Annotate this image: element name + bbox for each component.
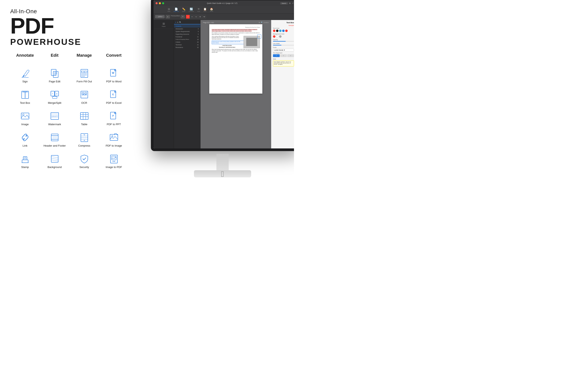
icon-watermark[interactable]: DRAFT Watermark <box>40 109 69 129</box>
opacity-slider[interactable] <box>273 41 294 42</box>
category-manage: Manage <box>69 53 99 62</box>
toc-item-federal[interactable]: Federal Shopping Sheet... 18 <box>174 38 200 41</box>
icon-merge-split[interactable]: + a Merge/Split <box>40 87 69 108</box>
icon-compress[interactable]: Compress <box>69 130 99 150</box>
marker-btn[interactable]: M <box>202 15 206 18</box>
icon-header-footer[interactable]: Header and Footer <box>40 130 69 150</box>
line-width-label: Line Width <box>273 43 294 44</box>
icon-pdf-to-ppt[interactable]: P PDF to PPT <box>99 109 129 129</box>
nav-arrows: ▲ Previous/Next ▼ <box>166 15 185 18</box>
tab-converter[interactable]: 🔄 Converter <box>187 8 196 12</box>
svg-rect-63 <box>22 160 28 163</box>
align-center-btn[interactable]: ≡ <box>280 54 287 57</box>
tab-editor[interactable]: ✏️ Editor <box>181 8 187 12</box>
icon-image-to-pdf[interactable]: PDF Image to PDF <box>99 151 129 172</box>
svg-rect-52 <box>51 134 58 141</box>
text-align-label: Text Alignment <box>273 52 294 54</box>
svg-line-69 <box>51 158 58 159</box>
toc-item-contents[interactable]: Contents <box>174 25 200 27</box>
stamp-label: Stamp <box>21 166 29 169</box>
zoom-control[interactable]: − 125% + <box>155 15 164 18</box>
bg-color-red[interactable] <box>273 35 276 38</box>
tab-form[interactable]: 📋 Form <box>202 8 208 12</box>
icon-pdf-to-excel[interactable]: E PDF to Excel <box>99 87 129 108</box>
left-sidebar: ⊞ Panel <box>154 20 174 149</box>
toc-item-support[interactable]: Supporting resources 9 <box>174 33 200 35</box>
color-accent[interactable] <box>282 30 285 32</box>
svg-rect-61 <box>110 134 118 141</box>
align-right-btn[interactable]: ≡ <box>287 54 294 57</box>
bg-color-row <box>273 35 294 38</box>
icon-background[interactable]: Background <box>40 151 69 172</box>
mac-stand-base:  <box>194 170 251 177</box>
image-to-pdf-label: Image to PDF <box>105 166 122 169</box>
icon-table[interactable]: Table <box>69 109 99 129</box>
security-label: Security <box>79 166 89 169</box>
icon-pdf-to-word[interactable]: W PDF to Word <box>99 66 129 86</box>
toc-item-criteria[interactable]: Criteria 20 <box>174 41 200 43</box>
sidebar-panel-btn[interactable]: ⊞ Panel <box>154 21 174 28</box>
page-edit-tab-icon: 📄 <box>174 8 178 11</box>
toc-item-intro[interactable]: Introduction 4 <box>174 27 200 30</box>
icon-pdf-to-image[interactable]: PDF to Image <box>99 130 129 150</box>
color-blue[interactable] <box>279 30 282 32</box>
bg-color-gray[interactable] <box>279 35 282 38</box>
watermark-icon: DRAFT <box>49 110 60 122</box>
svg-text:P: P <box>112 115 114 117</box>
toc-item-sysreq[interactable]: System Requirements 9 <box>174 30 200 33</box>
tab-page-edit[interactable]: 📄 Page Edit <box>172 8 181 12</box>
image-label: Image <box>21 123 29 126</box>
zoom-out-icon[interactable]: − <box>156 16 157 17</box>
text-align-row: ≡ ≡ ≡ <box>273 54 294 57</box>
color-red2[interactable] <box>285 30 288 32</box>
toc-item-functional[interactable]: Functional 11 <box>174 35 200 38</box>
icons-grid: Sign Page Edit Fill <box>10 66 129 172</box>
zoom-fit-btn[interactable]: ⊞ <box>259 22 260 24</box>
icon-text-box[interactable]: Text Box <box>10 87 40 108</box>
tab-home[interactable]: 🏠 Home <box>208 8 215 12</box>
icon-stamp[interactable]: Stamp <box>10 151 40 172</box>
header-footer-label: Header and Footer <box>43 144 66 147</box>
icon-image[interactable]: Image <box>10 109 40 129</box>
next-page-btn[interactable]: ▼ <box>181 15 185 18</box>
bold-btn[interactable]: B <box>198 15 202 18</box>
bg-color-white[interactable] <box>276 35 278 38</box>
fonts-select[interactable]: Lucida Grande ▼ <box>273 49 294 51</box>
color-black[interactable] <box>276 30 278 32</box>
underline-btn[interactable]: U <box>194 15 198 18</box>
tools-icon: ⊞ <box>168 8 170 11</box>
toc-search-btn[interactable]: 🔍 <box>179 21 181 23</box>
page-display-btn[interactable]: ⊞ <box>289 2 291 4</box>
pdf-page-header: Playing by His Own Set of Rules <box>212 27 260 28</box>
traffic-light-close[interactable] <box>156 2 158 4</box>
tab-tools[interactable]: ⊞ Tools <box>166 8 172 12</box>
icon-link[interactable]: Link <box>10 130 40 150</box>
icon-sign[interactable]: Sign <box>10 66 40 86</box>
toc-item-technical[interactable]: Technical 21 <box>174 43 200 46</box>
app-content: ⊞ Panel ≡ ⊞ � <box>154 20 294 149</box>
app-tabs: ⊞ Tools 📄 Page Edit ✏️ Editor 🔄 Converte… <box>154 6 294 13</box>
search-bar[interactable]: Search <box>280 2 288 4</box>
color-red[interactable] <box>273 30 276 32</box>
icon-page-edit[interactable]: Page Edit <box>40 66 69 86</box>
toc-list-btn[interactable]: ≡ <box>175 21 176 23</box>
pdf-to-ppt-label: PDF to PPT <box>107 123 121 126</box>
text-color-btn[interactable]: A <box>190 15 194 18</box>
highlight-red-btn[interactable]: A <box>186 15 190 18</box>
share-btn[interactable]: ↗ <box>292 2 294 4</box>
align-left-btn[interactable]: ≡ <box>273 54 280 57</box>
tab-ocr[interactable]: 👁 OCR <box>196 8 201 12</box>
line-width-slider[interactable] <box>273 45 294 45</box>
prev-page-btn[interactable]: ▲ <box>166 15 170 18</box>
icon-ocr[interactable]: OCR OCR <box>69 87 99 108</box>
icon-security[interactable]: Security <box>69 151 99 172</box>
icon-form-fill[interactable]: Fill Form Fill Out <box>69 66 99 86</box>
toc-item-resolutions[interactable]: Resolutions 32 <box>174 46 200 49</box>
search-doc-btn[interactable]: 🔍 Outline <box>261 22 269 24</box>
traffic-light-zoom[interactable] <box>162 2 164 4</box>
zoom-in-icon[interactable]: + <box>162 16 163 17</box>
background-label: Background <box>48 166 62 169</box>
traffic-light-minimize[interactable] <box>159 2 161 4</box>
toc-thumb-btn[interactable]: ⊞ <box>177 21 178 23</box>
note-area[interactable]: have bigger quarters. So he mo everyone … <box>273 60 294 67</box>
